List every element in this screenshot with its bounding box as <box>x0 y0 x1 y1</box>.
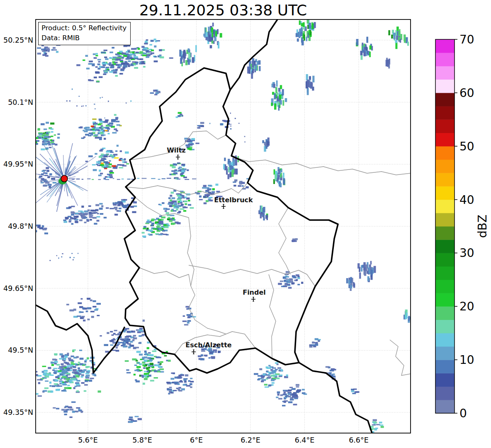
lon-tick-label: 5.8°E <box>132 436 152 444</box>
city-marker <box>221 204 226 208</box>
colorbar-tick-label: 50 <box>459 140 474 153</box>
colorbar-tick-label: 10 <box>459 353 474 367</box>
lat-tick-label: 49.65°N <box>3 284 33 293</box>
radar-map-svg: WiltzEttelbruckFindelEsch/Alzette50.25°N… <box>0 0 491 448</box>
lon-tick-label: 6.6°E <box>349 436 369 444</box>
plot-title: 29.11.2025 03:38 UTC <box>36 2 411 19</box>
grid-lines <box>36 19 411 433</box>
colorbar-tick-label: 70 <box>459 33 474 46</box>
colorbar-gradient <box>435 39 455 414</box>
lat-tick-label: 50.1°N <box>8 98 33 107</box>
city-label-ettelbruck: Ettelbruck <box>214 196 253 204</box>
product-line: Product: 0.5° Reflectivity <box>41 23 126 33</box>
product-info-box: Product: 0.5° Reflectivity Data: RMIB <box>38 22 131 45</box>
lat-tick-label: 49.35°N <box>3 408 33 417</box>
colorbar-tick-label: 20 <box>459 300 474 313</box>
colorbar-tick-label: 30 <box>459 246 474 260</box>
lon-tick-label: 6.4°E <box>295 436 315 444</box>
lat-tick-label: 50.25°N <box>3 36 33 44</box>
lon-tick-label: 5.6°E <box>78 436 98 444</box>
lat-tick-label: 49.5°N <box>8 346 33 354</box>
lat-tick-label: 49.8°N <box>8 222 33 230</box>
city-label-findel: Findel <box>243 288 266 296</box>
city-label-esch-alzette: Esch/Alzette <box>185 341 232 349</box>
colorbar-tick-label: 40 <box>459 193 474 207</box>
lon-tick-label: 6°E <box>190 436 203 444</box>
lon-tick-label: 6.2°E <box>241 436 260 444</box>
city-label-wiltz: Wiltz <box>167 146 186 154</box>
city-marker <box>176 155 180 159</box>
lat-tick-label: 49.95°N <box>3 160 33 168</box>
colorbar: 010203040506070 <box>435 33 474 420</box>
data-source-line: Data: RMIB <box>41 33 126 43</box>
district-borders <box>126 131 411 375</box>
colorbar-unit-label: dBZ <box>476 215 489 238</box>
axis-labels: 50.25°N50.1°N49.95°N49.8°N49.65°N49.5°N4… <box>3 36 369 444</box>
colorbar-tick-label: 0 <box>459 407 467 420</box>
radar-figure: WiltzEttelbruckFindelEsch/Alzette50.25°N… <box>0 0 491 448</box>
city-labels: WiltzEttelbruckFindelEsch/Alzette <box>167 146 266 354</box>
city-marker <box>251 297 255 301</box>
colorbar-tick-label: 60 <box>459 86 474 100</box>
